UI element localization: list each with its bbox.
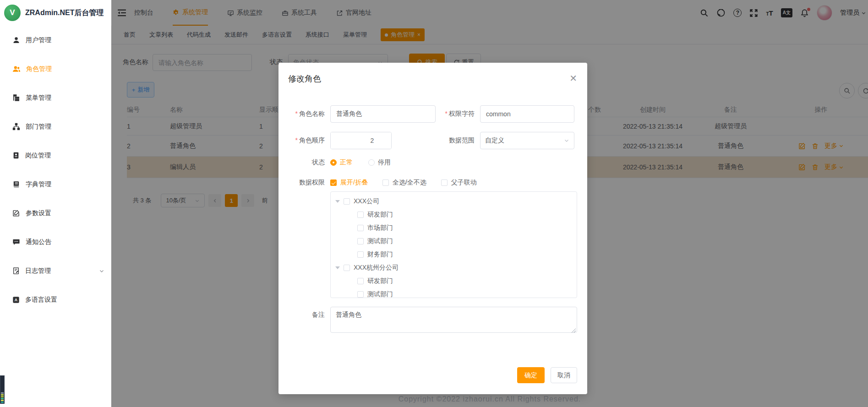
sidebar-item-label: 字典管理: [26, 180, 51, 189]
role-order-label: *角色顺序: [282, 136, 330, 145]
expand-collapse-checkbox[interactable]: 展开/折叠: [330, 179, 368, 187]
sidebar-item-label: 用户管理: [26, 36, 51, 44]
data-scope-select[interactable]: 自定义: [480, 132, 574, 149]
checkbox-unchecked-icon: [441, 179, 448, 186]
perm-char-label: *权限字符: [437, 110, 480, 118]
cancel-button[interactable]: 取消: [551, 367, 577, 383]
required-asterisk: *: [295, 110, 298, 117]
sidebar-item-menus[interactable]: 菜单管理: [0, 83, 111, 112]
confirm-button[interactable]: 确定: [517, 367, 545, 383]
permission-tree: XXX公司 研发部门 市场部门 测试部门 财务部门 XXX杭州分公司: [330, 191, 577, 298]
tree-node-dept[interactable]: 市场部门: [331, 221, 577, 234]
data-scope-label: 数据范围: [437, 136, 480, 145]
checkbox-label: 父子联动: [451, 179, 477, 187]
sidebar-item-roles[interactable]: 角色管理: [0, 54, 111, 83]
checkbox-unchecked-icon[interactable]: [357, 238, 364, 244]
required-asterisk: *: [445, 110, 448, 117]
log-file-icon: [12, 267, 20, 275]
radio-label: 正常: [340, 158, 353, 167]
checkbox-unchecked-icon[interactable]: [357, 212, 364, 218]
tree-node-dept[interactable]: 财务部门: [331, 248, 577, 261]
radio-unchecked-icon: [368, 159, 375, 166]
tree-node-label: 研发部门: [367, 211, 393, 219]
tree-node-label: XXX公司: [354, 197, 379, 206]
tree-node-dept[interactable]: 测试部门: [331, 234, 577, 248]
edit-square-icon: [12, 209, 20, 217]
dialog-role-name-input[interactable]: [330, 105, 436, 123]
status-label: 状态: [282, 158, 330, 167]
checkbox-label: 全选/全不选: [393, 179, 426, 187]
sidebar-item-label: 参数设置: [26, 209, 51, 217]
app-logo: V: [4, 5, 21, 21]
data-scope-value: 自定义: [485, 136, 504, 145]
sidebar-item-label: 岗位管理: [25, 152, 51, 160]
sidebar: 用户管理 角色管理 菜单管理 部门管理 岗位管理 字典管理 参数设置 通知公告 …: [0, 26, 111, 407]
required-asterisk: *: [295, 136, 298, 144]
tree-node-label: 测试部门: [367, 237, 393, 245]
checkbox-unchecked-icon[interactable]: [357, 251, 364, 258]
sidebar-item-label: 菜单管理: [26, 94, 51, 102]
tree-node-dept[interactable]: 研发部门: [331, 208, 577, 221]
checkbox-unchecked-icon[interactable]: [344, 198, 350, 205]
menu-tree-icon: [12, 94, 20, 102]
sidebar-item-logs[interactable]: 日志管理: [0, 256, 111, 285]
users-group-icon: [12, 65, 21, 73]
caret-down-icon[interactable]: [335, 266, 340, 269]
sidebar-item-label: 日志管理: [25, 267, 51, 275]
logo-section: V ZRAdmin.NET后台管理: [0, 0, 111, 26]
svg-text:A: A: [15, 298, 18, 302]
checkbox-unchecked-icon[interactable]: [357, 278, 364, 284]
dictionary-icon: [12, 180, 20, 188]
parent-child-link-checkbox[interactable]: 父子联动: [441, 179, 477, 187]
edit-role-dialog: 修改角色 ✕ *角色名称 *权限字符 *角色顺序: [278, 63, 587, 394]
tree-node-label: 测试部门: [367, 290, 393, 298]
taskbar-thumbnail: [0, 375, 5, 404]
chevron-down-icon: [99, 268, 104, 274]
role-order-stepper: [330, 132, 392, 149]
remark-textarea[interactable]: 普通角色: [330, 307, 577, 333]
sidebar-item-departments[interactable]: 部门管理: [0, 112, 111, 141]
sidebar-item-dicts[interactable]: 字典管理: [0, 170, 111, 199]
data-perms-label: 数据权限: [282, 179, 330, 187]
sidebar-item-params[interactable]: 参数设置: [0, 199, 111, 228]
user-icon: [12, 36, 20, 44]
sitemap-icon: [12, 123, 20, 130]
status-radio-disabled[interactable]: 停用: [368, 158, 391, 167]
dialog-footer: 确定 取消: [517, 367, 577, 383]
chevron-down-icon: [564, 138, 569, 143]
select-all-checkbox[interactable]: 全选/全不选: [382, 179, 426, 187]
tree-node-label: XXX杭州分公司: [354, 264, 399, 272]
sidebar-item-posts[interactable]: 岗位管理: [0, 141, 111, 170]
checkbox-unchecked-icon[interactable]: [344, 265, 350, 271]
role-order-input[interactable]: [331, 132, 392, 149]
sidebar-item-notices[interactable]: 通知公告: [0, 228, 111, 256]
tree-node-dept[interactable]: 研发部门: [331, 274, 577, 288]
app-title: ZRAdmin.NET后台管理: [25, 8, 104, 18]
tree-node-label: 市场部门: [367, 224, 393, 232]
checkbox-label: 展开/折叠: [340, 179, 368, 187]
remark-label: 备注: [282, 307, 330, 335]
tree-node-dept[interactable]: 测试部门: [331, 288, 577, 298]
sidebar-item-label: 多语言设置: [25, 296, 57, 304]
sidebar-item-label: 角色管理: [26, 65, 52, 73]
dialog-close-icon[interactable]: ✕: [569, 74, 577, 83]
radio-checked-icon: [330, 159, 337, 166]
language-square-icon: A: [12, 296, 20, 304]
sidebar-item-i18n[interactable]: A 多语言设置: [0, 285, 111, 314]
caret-down-icon[interactable]: [335, 200, 340, 203]
checkbox-unchecked-icon[interactable]: [357, 291, 364, 298]
sidebar-item-users[interactable]: 用户管理: [0, 26, 111, 54]
radio-label: 停用: [378, 158, 391, 167]
dialog-body: *角色名称 *权限字符 *角色顺序 数据范围 自定义: [282, 105, 576, 335]
tree-node-branch-company[interactable]: XXX杭州分公司: [331, 261, 577, 274]
dialog-title: 修改角色: [288, 73, 321, 84]
checkbox-unchecked-icon[interactable]: [357, 225, 364, 231]
id-badge-icon: [12, 152, 20, 159]
tree-node-company[interactable]: XXX公司: [331, 195, 577, 208]
perm-char-input[interactable]: [480, 105, 574, 123]
status-radio-normal[interactable]: 正常: [330, 158, 353, 167]
tree-node-label: 财务部门: [367, 250, 393, 259]
checkbox-unchecked-icon: [382, 179, 389, 186]
tree-node-label: 研发部门: [367, 277, 393, 285]
sidebar-item-label: 通知公告: [26, 238, 51, 246]
